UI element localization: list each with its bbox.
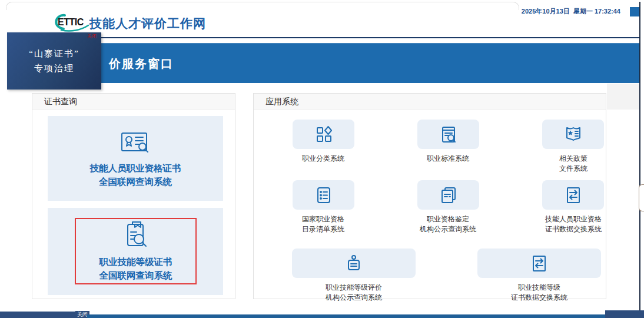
app-label-catalog[interactable]: 国家职业资格 目录清单系统 [264,214,382,234]
cert-panel-title: 证书查询 [32,94,235,110]
data-exchange-icon [564,186,583,204]
logo-swoosh-icon: ETTIC [49,13,91,33]
card-title[interactable]: 技能人员职业资格证书 全国联网查询系统 [90,161,181,188]
card-title-line2: 全国联网查询系统 [99,269,172,282]
app-label-appraisal-org[interactable]: 职业资格鉴定 机构公示查询系统 [389,214,507,234]
hanging-badge-icon [344,254,363,273]
app-systems-panel: 应用系统 职业分类系统 职业标准系统 相关政策 文件 [253,93,606,299]
policy-book-star-icon [564,125,583,144]
app-label-standard[interactable]: 职业标准系统 [389,154,507,164]
app-tile-catalog[interactable] [293,180,354,210]
app-tile-level-eval-org[interactable] [292,249,416,278]
app-tile-level-exchange[interactable] [477,249,601,278]
clipboard-search-icon [122,221,150,249]
footer-bar-right [605,310,644,318]
app-label-classification[interactable]: 职业分类系统 [264,154,382,164]
app-tile-qual-exchange[interactable] [542,180,604,210]
card-title-line1: 职业技能等级证书 [99,255,172,269]
cert-query-panel: 证书查询 技能人员职业资格证书 全国联网查询系统 职业技能等级证书 [32,93,235,299]
footer-bar [87,314,639,318]
promo-overlay[interactable]: “山寨证书” 专项治理 [7,32,101,90]
app-label-level-exchange[interactable]: 职业技能等级 证书数据交换系统 [480,283,598,303]
card-title-line2: 全国联网查询系统 [90,175,181,188]
stacked-documents-icon [439,186,458,204]
classification-grid-icon [314,125,333,144]
catalog-list-icon [314,186,333,204]
card-title[interactable]: 职业技能等级证书 全国联网查询系统 [99,255,172,282]
logo-text: ETTIC [58,17,84,27]
cert-card-skill-level[interactable]: 职业技能等级证书 全国联网查询系统 [48,208,223,295]
highlight-red-box[interactable]: 职业技能等级证书 全国联网查询系统 [75,218,197,284]
app-label-level-eval-org[interactable]: 职业技能等级评价 机构公示查询系统 [295,283,413,303]
promo-line2: 专项治理 [34,63,74,74]
document-search-icon [439,125,458,144]
header-corner-block [630,7,639,16]
banner-title: 价服务窗口 [109,44,174,84]
app-label-policy[interactable]: 相关政策 文件系统 [514,154,632,174]
app-tile-policy[interactable] [542,120,604,149]
app-tile-standard[interactable] [417,120,479,149]
data-exchange-icon [530,254,549,273]
right-edge-line [639,2,640,318]
background-strip [607,84,639,110]
service-banner: 价服务窗口 [32,43,639,83]
promo-close-button[interactable]: 关闭 [87,33,97,39]
banner-hairline [32,37,639,38]
ettic-logo: ETTIC [49,13,91,33]
cert-card-qualification[interactable]: 技能人员职业资格证书 全国联网查询系统 [48,116,223,201]
datetime-text: 2025年10月13日 星期一 17:32:44 [522,7,620,16]
id-card-search-icon [120,128,151,155]
app-label-qual-exchange[interactable]: 技能人员职业资格 证书数据交换系统 [514,214,632,234]
apps-panel-title: 应用系统 [254,94,606,110]
card-title-line1: 技能人员职业资格证书 [90,161,181,175]
site-title: 技能人才评价工作网 [89,15,206,32]
app-tile-appraisal-org[interactable] [417,180,479,210]
promo-line1: “山寨证书” [29,48,79,59]
side-float-button[interactable] [639,184,644,211]
footer-bar-left [0,312,75,318]
window-tab-outline [6,2,519,10]
app-tile-classification[interactable] [293,120,354,149]
